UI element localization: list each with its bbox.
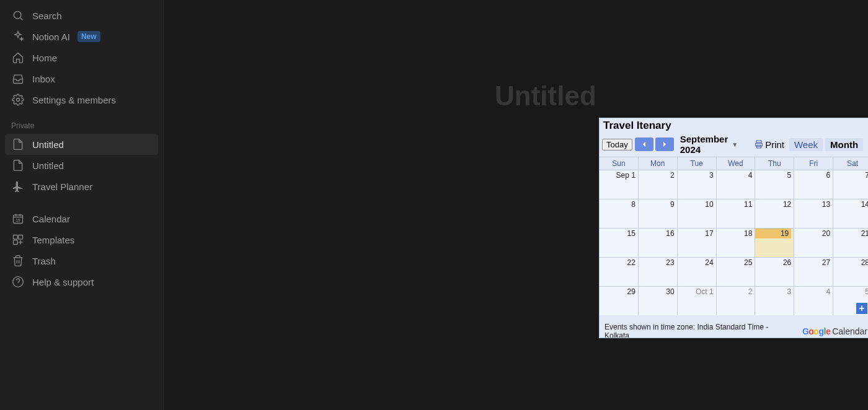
inbox-icon <box>11 72 25 85</box>
calendar-day-cell[interactable]: 11 <box>717 199 756 228</box>
sparkle-icon <box>11 30 25 43</box>
calendar-day-cell[interactable]: 4 <box>794 286 833 315</box>
calendar-day-cell[interactable]: 2 <box>717 286 756 315</box>
day-header: Tue <box>678 157 717 170</box>
timezone-note: Events shown in time zone: India Standar… <box>604 323 778 338</box>
sidebar-item-settings[interactable]: Settings & members <box>5 89 158 110</box>
sidebar-label: Home <box>32 53 57 63</box>
page-label: Untitled <box>32 139 64 150</box>
templates-icon <box>11 233 25 246</box>
prev-button[interactable] <box>635 137 653 151</box>
day-header: Fri <box>794 157 833 170</box>
calendar-day-cell[interactable]: 20 <box>794 228 833 257</box>
page-icon <box>11 159 25 172</box>
calendar-day-cell[interactable]: 12 <box>755 199 794 228</box>
sidebar-label: Settings & members <box>32 95 116 105</box>
sidebar-label: Trash <box>32 256 56 266</box>
sidebar-item-inbox[interactable]: Inbox <box>5 68 158 89</box>
sidebar-label: Help & support <box>32 277 94 287</box>
sidebar-item-search[interactable]: Search <box>5 5 158 26</box>
sidebar-label: Templates <box>32 235 74 245</box>
calendar-day-cell[interactable]: 3 <box>755 286 794 315</box>
page-title[interactable]: Untitled <box>495 81 596 111</box>
calendar-day-cell[interactable]: 4 <box>717 170 756 199</box>
calendar-day-cell[interactable]: 2 <box>639 170 678 199</box>
page-item-untitled-1[interactable]: Untitled <box>5 134 158 155</box>
calendar-day-cell[interactable]: 13 <box>794 199 833 228</box>
sidebar-item-trash[interactable]: Trash <box>5 250 158 271</box>
day-header: Sat <box>833 157 868 170</box>
day-header: Wed <box>717 157 756 170</box>
svg-point-0 <box>14 11 21 19</box>
section-label-private: Private <box>5 110 158 134</box>
calendar-day-cell[interactable]: 3 <box>678 170 717 199</box>
calendar-day-cell[interactable]: 18 <box>717 228 756 257</box>
sidebar-item-calendar[interactable]: 19 Calendar <box>5 208 158 229</box>
svg-rect-13 <box>756 141 761 143</box>
page-label: Travel Planner <box>32 181 92 192</box>
today-button[interactable]: Today <box>602 139 632 150</box>
calendar-day-cell[interactable]: 28 <box>833 257 868 286</box>
svg-rect-8 <box>14 235 18 240</box>
calendar-day-cell[interactable]: 22 <box>600 257 639 286</box>
page-item-travel-planner[interactable]: Travel Planner <box>5 176 158 197</box>
calendar-day-cell[interactable]: 15 <box>600 228 639 257</box>
month-label[interactable]: September 2024 <box>680 134 728 155</box>
brand-suffix: Calendar <box>832 326 867 336</box>
google-logo: Google <box>802 326 830 336</box>
calendar-day-cell[interactable]: 16 <box>639 228 678 257</box>
calendar-day-cell[interactable]: 30 <box>639 286 678 315</box>
tab-week[interactable]: Week <box>789 138 823 151</box>
svg-line-1 <box>20 18 23 20</box>
calendar-day-cell[interactable]: Sep 1 <box>600 170 639 199</box>
svg-point-11 <box>13 277 24 287</box>
calendar-day-cell[interactable]: 9 <box>639 199 678 228</box>
sidebar-item-notion-ai[interactable]: Notion AI New <box>5 26 158 47</box>
page-icon <box>11 137 25 151</box>
google-calendar-brand[interactable]: Google Calendar <box>802 326 867 336</box>
calendar-day-cell[interactable]: 26 <box>755 257 794 286</box>
calendar-title: Travel Itenary <box>600 118 868 132</box>
svg-rect-10 <box>14 240 18 245</box>
sidebar-item-templates[interactable]: Templates <box>5 229 158 250</box>
svg-point-2 <box>17 98 20 102</box>
gear-icon <box>11 93 25 107</box>
help-icon <box>11 275 25 289</box>
print-label: Print <box>765 139 784 150</box>
sidebar-item-home[interactable]: Home <box>5 47 158 68</box>
page-label: Untitled <box>32 160 64 171</box>
tab-agenda[interactable]: Ag <box>866 138 868 151</box>
page-item-untitled-2[interactable]: Untitled <box>5 155 158 176</box>
tab-month[interactable]: Month <box>825 138 863 151</box>
calendar-day-cell[interactable]: 7 <box>833 170 868 199</box>
next-button[interactable] <box>655 137 674 151</box>
trash-icon <box>11 254 25 268</box>
sidebar: Search Notion AI New Home Inbox Se <box>0 0 164 410</box>
svg-text:19: 19 <box>16 218 20 222</box>
calendar-day-cell[interactable]: 24 <box>678 257 717 286</box>
calendar-day-cell[interactable]: Oct 1 <box>678 286 717 315</box>
calendar-day-cell[interactable]: 14 <box>833 199 868 228</box>
calendar-day-cell[interactable]: 27 <box>794 257 833 286</box>
calendar-embed: Travel Itenary Today September 2024 ▼ Pr… <box>599 118 868 338</box>
sidebar-label: Calendar <box>32 214 70 224</box>
calendar-icon: 19 <box>11 212 25 225</box>
calendar-day-cell[interactable]: 8 <box>600 199 639 228</box>
main-content: Untitled Travel Itenary Today September … <box>164 0 868 410</box>
calendar-day-cell[interactable]: 29 <box>600 286 639 315</box>
chevron-down-icon[interactable]: ▼ <box>732 141 738 148</box>
calendar-day-cell[interactable]: 19 <box>755 228 794 257</box>
calendar-day-cell[interactable]: 17 <box>678 228 717 257</box>
day-header: Mon <box>639 157 678 170</box>
calendar-day-cell[interactable]: 21 <box>833 228 868 257</box>
calendar-day-cell[interactable]: 5 <box>755 170 794 199</box>
calendar-day-cell[interactable]: 25 <box>717 257 756 286</box>
sidebar-item-help[interactable]: Help & support <box>5 271 158 292</box>
day-header: Sun <box>600 157 639 170</box>
calendar-day-cell[interactable]: 6 <box>794 170 833 199</box>
calendar-day-cell[interactable]: 23 <box>639 257 678 286</box>
add-event-button[interactable]: + <box>856 303 867 314</box>
svg-rect-9 <box>19 235 23 240</box>
print-button[interactable]: Print <box>754 139 784 150</box>
calendar-day-cell[interactable]: 10 <box>678 199 717 228</box>
